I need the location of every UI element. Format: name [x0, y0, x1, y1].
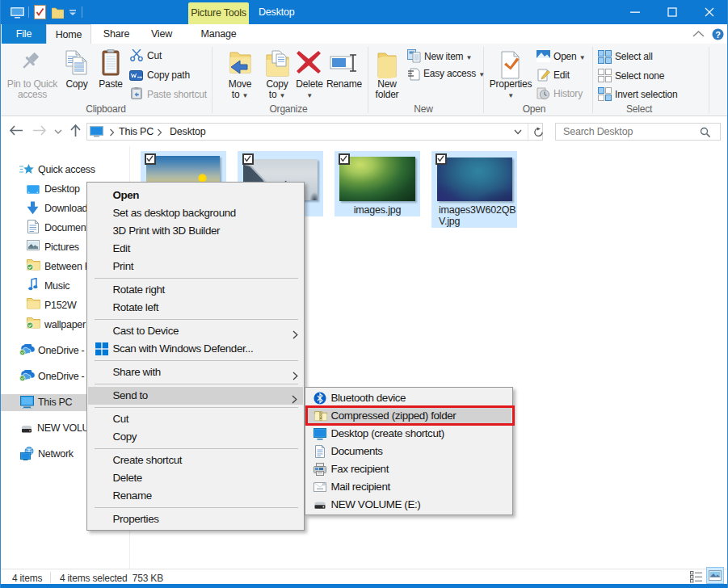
- svg-text:?: ?: [715, 30, 721, 40]
